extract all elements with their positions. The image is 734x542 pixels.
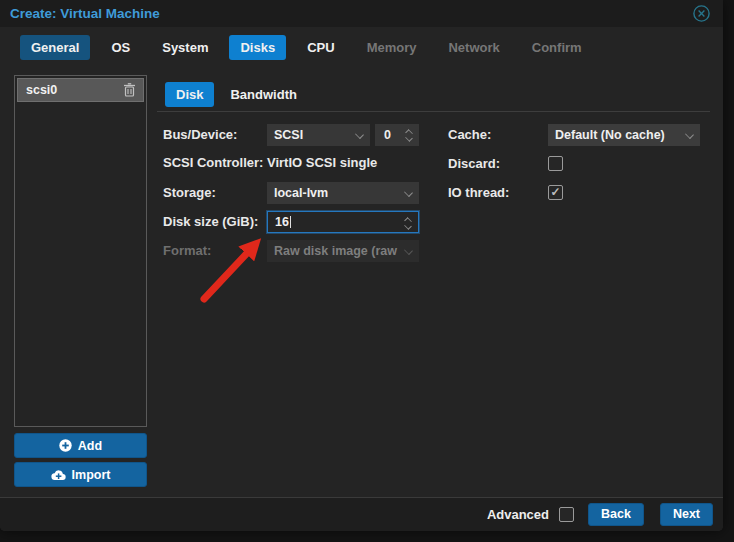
disk-item-label: scsi0 <box>26 83 57 97</box>
cache-label: Cache: <box>448 124 491 146</box>
chevron-down-icon <box>404 246 413 255</box>
format-label: Format: <box>163 240 211 262</box>
storage-select[interactable]: local-lvm <box>267 182 419 204</box>
import-button[interactable]: Import <box>14 462 147 487</box>
back-button[interactable]: Back <box>588 503 644 526</box>
cloud-upload-icon <box>51 469 66 481</box>
tab-os[interactable]: OS <box>100 35 141 60</box>
plus-circle-icon <box>59 439 72 452</box>
advanced-label: Advanced <box>487 507 549 522</box>
tab-disks[interactable]: Disks <box>229 35 286 60</box>
bus-number-value: 0 <box>384 128 391 142</box>
bus-device-select[interactable]: SCSI <box>267 124 370 146</box>
close-icon[interactable] <box>693 5 710 22</box>
scsi-controller-label: SCSI Controller: <box>163 152 263 174</box>
wizard-tab-bar: General OS System Disks CPU Memory Netwo… <box>20 35 593 60</box>
text-caret <box>290 216 291 228</box>
disk-size-label: Disk size (GiB): <box>163 211 258 233</box>
subtab-divider <box>157 111 710 112</box>
advanced-checkbox[interactable] <box>559 507 574 522</box>
disk-list-item-scsi0[interactable]: scsi0 <box>17 78 144 102</box>
bus-device-value: SCSI <box>274 128 303 142</box>
format-value: Raw disk image (raw <box>274 244 397 258</box>
dialog-title: Create: Virtual Machine <box>10 0 160 27</box>
scsi-controller-value: VirtIO SCSI single <box>267 152 377 174</box>
tab-memory: Memory <box>356 35 428 60</box>
tab-confirm: Confirm <box>521 35 593 60</box>
subtab-disk[interactable]: Disk <box>165 82 214 107</box>
discard-label: Discard: <box>448 153 500 175</box>
add-button-label: Add <box>78 439 102 453</box>
dialog-titlebar: Create: Virtual Machine <box>0 0 723 27</box>
spinner-arrows-icon[interactable] <box>404 215 413 231</box>
io-thread-label: IO thread: <box>448 182 509 204</box>
disk-subtab-bar: Disk Bandwidth <box>165 82 297 107</box>
tab-network: Network <box>437 35 510 60</box>
add-button[interactable]: Add <box>14 433 147 458</box>
import-button-label: Import <box>72 468 111 482</box>
subtab-bandwidth[interactable]: Bandwidth <box>230 82 296 107</box>
bus-device-label: Bus/Device: <box>163 124 237 146</box>
storage-value: local-lvm <box>274 186 328 200</box>
disk-size-value: 16 <box>275 215 289 229</box>
discard-checkbox[interactable] <box>548 156 563 171</box>
disk-size-input[interactable]: 16 <box>267 211 419 233</box>
tab-general[interactable]: General <box>20 35 90 60</box>
chevron-down-icon <box>355 130 364 139</box>
cache-value: Default (No cache) <box>555 128 665 142</box>
disk-list-panel: scsi0 <box>14 75 147 427</box>
spinner-arrows-icon[interactable] <box>405 127 414 143</box>
format-select: Raw disk image (raw <box>267 240 419 262</box>
next-button[interactable]: Next <box>660 503 713 526</box>
chevron-down-icon <box>685 130 694 139</box>
create-vm-dialog: Create: Virtual Machine General OS Syste… <box>0 0 723 531</box>
tab-cpu[interactable]: CPU <box>296 35 345 60</box>
storage-label: Storage: <box>163 182 216 204</box>
chevron-down-icon <box>404 188 413 197</box>
trash-icon[interactable] <box>123 83 136 97</box>
dialog-footer: Advanced Back Next <box>0 497 723 531</box>
io-thread-checkbox[interactable]: ✓ <box>548 185 563 200</box>
tab-system[interactable]: System <box>151 35 219 60</box>
cache-select[interactable]: Default (No cache) <box>548 124 700 146</box>
bus-number-spinner[interactable]: 0 <box>375 124 419 146</box>
